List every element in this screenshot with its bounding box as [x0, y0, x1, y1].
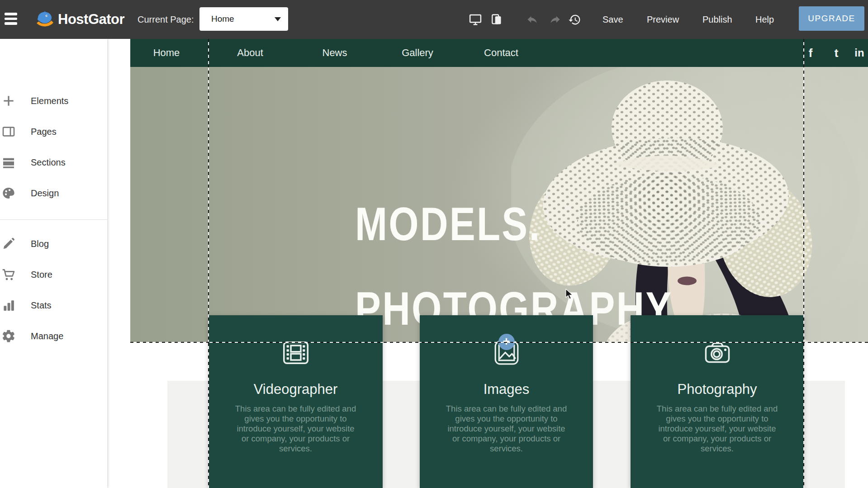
upgrade-button[interactable]: UPGRADE [799, 6, 864, 31]
twitter-icon[interactable]: t [835, 39, 839, 67]
card-body-text[interactable]: This area can be fully edited and gives … [444, 404, 569, 454]
mobile-preview-icon[interactable] [487, 0, 505, 39]
sections-icon [1, 155, 16, 170]
sidebar-item-stats[interactable]: Stats [0, 294, 107, 316]
save-button[interactable]: Save [602, 0, 623, 39]
current-page-label: Current Page: [138, 0, 194, 39]
current-page-select[interactable]: Home [199, 7, 288, 31]
chevron-down-icon [275, 17, 281, 21]
sidebar-item-label: Elements [31, 90, 68, 112]
sidebar: Elements Pages Sections Design Blog [0, 39, 107, 488]
pages-icon [1, 124, 16, 139]
palette-icon [1, 186, 16, 200]
publish-button[interactable]: Publish [702, 0, 732, 39]
plus-icon [1, 94, 16, 108]
sidebar-item-label: Pages [31, 121, 57, 142]
sidebar-item-pages[interactable]: Pages [0, 121, 107, 142]
sidebar-item-label: Sections [31, 152, 66, 173]
sidebar-item-label: Store [31, 264, 52, 285]
linkedin-icon[interactable]: in [854, 39, 864, 67]
card-title[interactable]: Images [420, 381, 593, 398]
hostgator-logo: HostGator [34, 0, 124, 39]
hero-title-line1[interactable]: MODELS. [355, 197, 541, 251]
site-nav-contact[interactable]: Contact [484, 39, 518, 67]
preview-button[interactable]: Preview [647, 0, 679, 39]
site-nav-home[interactable]: Home [153, 39, 180, 67]
desktop-preview-icon[interactable] [466, 0, 484, 39]
selection-guide-left [208, 39, 209, 488]
sidebar-item-sections[interactable]: Sections [0, 152, 107, 173]
card-body-text[interactable]: This area can be fully edited and gives … [655, 404, 780, 454]
sidebar-item-store[interactable]: Store [0, 264, 107, 285]
card-title[interactable]: Videographer [209, 381, 383, 398]
site-navbar: Home About News Gallery Contact f t in [130, 39, 868, 67]
feature-card-videographer[interactable]: Videographer This area can be fully edit… [209, 315, 383, 488]
sidebar-item-manage[interactable]: Manage [0, 325, 107, 347]
site-nav-gallery[interactable]: Gallery [402, 39, 433, 67]
hamburger-menu-icon[interactable] [5, 13, 17, 26]
sidebar-item-design[interactable]: Design [0, 182, 107, 204]
redo-icon[interactable] [546, 0, 564, 39]
current-page-value: Home [211, 14, 234, 24]
sidebar-divider [0, 219, 107, 220]
selection-guide-right [803, 39, 804, 488]
sidebar-item-elements[interactable]: Elements [0, 90, 107, 112]
bar-chart-icon [1, 298, 16, 313]
selection-guide-bottom [130, 342, 868, 343]
card-title[interactable]: Photography [631, 381, 804, 398]
cart-icon [1, 267, 16, 282]
sidebar-item-label: Blog [31, 233, 49, 255]
help-button[interactable]: Help [755, 0, 774, 39]
sidebar-item-label: Stats [31, 294, 52, 316]
sidebar-item-label: Manage [31, 325, 63, 347]
mouse-cursor [565, 289, 575, 300]
logo-text: HostGator [58, 11, 124, 28]
site-nav-news[interactable]: News [322, 39, 347, 67]
sidebar-item-blog[interactable]: Blog [0, 233, 107, 255]
card-body-text[interactable]: This area can be fully edited and gives … [233, 404, 358, 454]
history-icon[interactable] [565, 0, 583, 39]
hostgator-website-builder: Elements Pages Sections Design Blog [0, 0, 868, 488]
undo-icon[interactable] [523, 0, 541, 39]
topbar: HostGator Current Page: Home Save Previe… [0, 0, 868, 39]
gear-icon [1, 329, 16, 343]
hostgator-mascot-icon [34, 10, 55, 29]
hero-section[interactable]: MODELS. PHOTOGRAPHY [130, 67, 868, 342]
sidebar-item-label: Design [31, 182, 59, 204]
site-nav-about[interactable]: About [237, 39, 263, 67]
facebook-icon[interactable]: f [809, 39, 813, 67]
feature-card-images[interactable]: + Images This area can be fully edited a… [420, 315, 593, 488]
pencil-icon [1, 237, 16, 251]
feature-card-photography[interactable]: Photography This area can be fully edite… [631, 315, 804, 488]
